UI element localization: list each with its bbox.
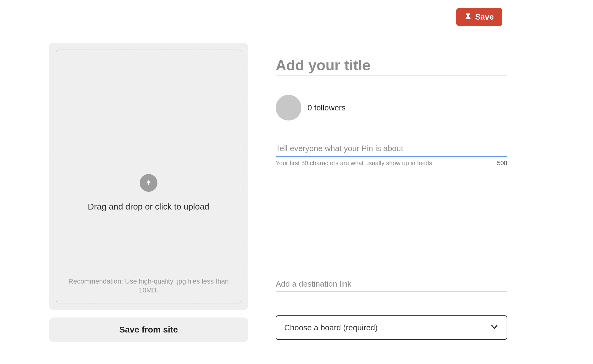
upload-card: Drag and drop or click to upload Recomme…: [49, 43, 248, 310]
upload-icon: [140, 174, 157, 192]
avatar[interactable]: [276, 95, 301, 121]
chevron-down-icon: [490, 323, 499, 332]
upload-hint: Recommendation: Use high-quality .jpg fi…: [56, 277, 241, 295]
save-button-label: Save: [475, 12, 494, 22]
description-meta: Your first 50 characters are what usuall…: [276, 160, 507, 167]
save-button[interactable]: Save: [456, 8, 502, 26]
upload-dropzone[interactable]: Drag and drop or click to upload Recomme…: [56, 50, 241, 303]
description-input[interactable]: [276, 141, 507, 157]
save-from-site-label: Save from site: [119, 325, 178, 335]
description-char-limit: 500: [497, 160, 507, 167]
pin-icon: [465, 13, 471, 21]
description-hint: Your first 50 characters are what usuall…: [276, 160, 432, 167]
save-from-site-button[interactable]: Save from site: [49, 318, 248, 342]
upload-label: Drag and drop or click to upload: [88, 201, 210, 213]
left-column: Drag and drop or click to upload Recomme…: [49, 43, 248, 342]
followers-text: 0 followers: [308, 103, 346, 113]
user-row: 0 followers: [276, 95, 507, 121]
board-select[interactable]: Choose a board (required): [276, 315, 507, 340]
board-select-label: Choose a board (required): [284, 323, 378, 332]
destination-link-input[interactable]: [276, 277, 507, 292]
right-column: 0 followers Your first 50 characters are…: [276, 43, 507, 340]
title-input[interactable]: [276, 55, 507, 76]
